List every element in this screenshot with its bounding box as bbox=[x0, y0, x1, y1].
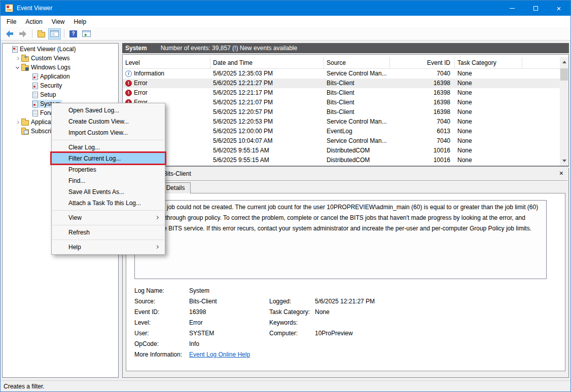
folder-icon bbox=[21, 56, 29, 62]
open-saved-log-button[interactable] bbox=[35, 28, 48, 40]
field-row: User:SYSTEMComputer:10ProPreview bbox=[134, 328, 555, 339]
event-log-online-help-link[interactable]: Event Log Online Help bbox=[189, 349, 250, 360]
column-header-event-id[interactable]: Event ID bbox=[390, 57, 455, 69]
event-list-scrollbar[interactable] bbox=[560, 57, 568, 166]
field-value: System bbox=[189, 286, 209, 296]
status-text: Creates a filter. bbox=[4, 383, 45, 390]
event-row[interactable]: iInformation5/6/2025 10:04:07 AMService … bbox=[123, 136, 560, 146]
close-button[interactable]: × bbox=[547, 1, 570, 16]
tree-item-windows-logs[interactable]: Windows Logs bbox=[3, 63, 118, 72]
window-title: Event Viewer bbox=[17, 5, 52, 12]
menu-separator bbox=[52, 225, 164, 225]
maximize-button[interactable] bbox=[524, 1, 547, 16]
menu-help[interactable]: Help bbox=[69, 17, 91, 27]
chevron-right-icon[interactable] bbox=[14, 121, 21, 124]
tree-item-label: Setup bbox=[40, 91, 56, 98]
log-icon bbox=[32, 110, 38, 116]
field-label: Logged: bbox=[269, 296, 291, 307]
menu-item-view[interactable]: View bbox=[52, 212, 165, 223]
submenu-arrow-icon bbox=[155, 245, 159, 249]
menu-item-attach-a-task-to-this-log[interactable]: Attach a Task To this Log... bbox=[52, 198, 165, 209]
event-row[interactable]: !Warning5/6/2025 9:55:15 AMDistributedCO… bbox=[123, 146, 560, 155]
event-row[interactable]: iInformation5/6/2025 12:00:00 PMEventLog… bbox=[123, 127, 560, 136]
minimize-icon bbox=[510, 8, 515, 9]
scrollbar-thumb[interactable] bbox=[560, 68, 568, 81]
menu-item-label: Filter Current Log... bbox=[68, 155, 121, 162]
menu-item-refresh[interactable]: Refresh bbox=[52, 227, 165, 238]
menu-item-label: Clear Log... bbox=[68, 144, 100, 151]
tree-item-label: Custom Views bbox=[31, 55, 69, 62]
menu-item-properties[interactable]: Properties bbox=[52, 164, 165, 175]
menu-item-create-custom-view[interactable]: Create Custom View... bbox=[52, 116, 165, 127]
menu-file[interactable]: File bbox=[2, 17, 21, 27]
preview-close-icon[interactable]: × bbox=[559, 169, 563, 177]
datetime-cell: 5/6/2025 9:55:15 AM bbox=[210, 155, 324, 165]
datetime-cell: 5/6/2025 12:21:27 PM bbox=[210, 79, 324, 88]
menu-action[interactable]: Action bbox=[21, 17, 47, 27]
tree-item-application[interactable]: Application bbox=[3, 72, 118, 81]
help-button[interactable]: ? bbox=[67, 28, 80, 40]
menu-item-import-custom-view[interactable]: Import Custom View... bbox=[52, 127, 165, 138]
event-row[interactable]: !Error5/6/2025 12:21:17 PMBits-Client163… bbox=[123, 88, 560, 98]
menu-item-clear-log[interactable]: Clear Log... bbox=[52, 142, 165, 153]
field-value: Bits-Client bbox=[189, 296, 217, 307]
event-row[interactable]: !Warning5/6/2025 9:55:15 AMDistributedCO… bbox=[123, 155, 560, 165]
forward-button[interactable] bbox=[16, 28, 29, 40]
column-header-task-category[interactable]: Task Category bbox=[455, 57, 522, 69]
event-row[interactable]: !Error5/6/2025 12:20:57 PMBits-Client163… bbox=[123, 107, 560, 117]
event-row[interactable]: !Error5/6/2025 12:21:27 PMBits-Client163… bbox=[123, 79, 560, 88]
event-rows: iInformation5/6/2025 12:35:03 PMService … bbox=[123, 69, 560, 166]
event-row[interactable]: iInformation5/6/2025 12:35:03 PMService … bbox=[123, 69, 560, 79]
event-id-cell: 10016 bbox=[390, 146, 455, 155]
source-cell: DistributedCOM bbox=[324, 155, 390, 165]
menu-item-find[interactable]: Find... bbox=[52, 175, 165, 186]
menu-item-help[interactable]: Help bbox=[52, 242, 165, 253]
menu-item-filter-current-log[interactable]: Filter Current Log... bbox=[52, 153, 165, 164]
field-label: Event ID: bbox=[134, 307, 159, 318]
tree-item-event-viewer-local[interactable]: Event Viewer (Local) bbox=[3, 45, 118, 54]
task-category-cell: None bbox=[455, 107, 522, 117]
log-summary: Number of events: 39,857 (!) New events … bbox=[161, 45, 297, 52]
scroll-down-button[interactable] bbox=[560, 157, 568, 166]
event-list-header: LevelDate and TimeSourceEvent IDTask Cat… bbox=[123, 57, 560, 69]
tree-item-label: Windows Logs bbox=[31, 64, 70, 71]
submenu-arrow-icon bbox=[155, 216, 159, 219]
menu-item-label: Find... bbox=[68, 177, 85, 184]
event-row[interactable]: iInformation5/6/2025 12:20:53 PMService … bbox=[123, 117, 560, 127]
back-button[interactable] bbox=[3, 28, 16, 40]
field-label: More Information: bbox=[134, 349, 182, 360]
menu-view[interactable]: View bbox=[47, 17, 69, 27]
event-viewer-window: Event Viewer × FileActionViewHelp ? E bbox=[0, 0, 571, 392]
minimize-button[interactable] bbox=[501, 1, 524, 16]
menu-item-open-saved-log[interactable]: Open Saved Log... bbox=[52, 105, 165, 116]
menu-separator bbox=[52, 210, 164, 211]
scroll-up-button[interactable] bbox=[560, 57, 568, 66]
toggle-console-tree-button[interactable] bbox=[48, 28, 61, 40]
toggle-action-pane-button[interactable] bbox=[80, 28, 93, 40]
field-label: OpCode: bbox=[134, 339, 159, 349]
tree-item-custom-views[interactable]: Custom Views bbox=[3, 54, 118, 63]
column-header-date-and-time[interactable]: Date and Time bbox=[210, 57, 324, 69]
field-label: Level: bbox=[134, 318, 151, 328]
field-value: 5/6/2025 12:21:27 PM bbox=[315, 296, 375, 307]
tree-item-security[interactable]: Security bbox=[3, 81, 118, 90]
tree-item-setup[interactable]: Setup bbox=[3, 90, 118, 99]
event-id-cell: 16398 bbox=[390, 79, 455, 88]
status-bar: Creates a filter. bbox=[1, 380, 570, 391]
task-category-cell: None bbox=[455, 117, 522, 127]
column-header-source[interactable]: Source bbox=[324, 57, 390, 69]
column-header-level[interactable]: Level bbox=[123, 57, 210, 69]
task-category-cell: None bbox=[455, 136, 522, 146]
field-value: Info bbox=[189, 339, 199, 349]
tree-item-label: Event Viewer (Local) bbox=[20, 46, 76, 53]
arrow-left-icon bbox=[6, 30, 13, 37]
source-cell: Service Control Man... bbox=[324, 69, 390, 79]
chevron-down-icon[interactable] bbox=[14, 67, 21, 68]
datetime-cell: 5/6/2025 12:20:57 PM bbox=[210, 107, 324, 117]
event-row[interactable]: !Error5/6/2025 12:21:07 PMBits-Client163… bbox=[123, 98, 560, 107]
chevron-right-icon[interactable] bbox=[14, 57, 21, 60]
menu-item-save-all-events-as[interactable]: Save All Events As... bbox=[52, 186, 165, 198]
field-row: Level:ErrorKeywords: bbox=[134, 318, 555, 328]
event-list: LevelDate and TimeSourceEvent IDTask Cat… bbox=[122, 54, 569, 166]
close-icon: × bbox=[557, 5, 561, 12]
